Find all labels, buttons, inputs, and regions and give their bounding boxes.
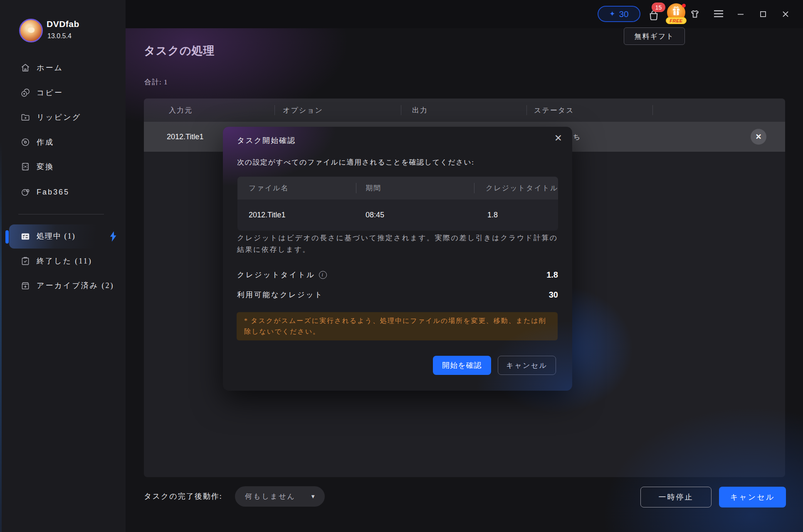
pause-button[interactable]: 一時停止 xyxy=(640,487,712,507)
sidebar-item-create[interactable]: 作成 xyxy=(0,132,126,152)
caret-down-icon: ▼ xyxy=(310,493,316,500)
credits-pill[interactable]: ✦ 30 xyxy=(598,6,640,22)
sidebar-item-home[interactable]: ホーム xyxy=(0,58,126,78)
hamburger-icon xyxy=(713,9,724,19)
sidebar-divider xyxy=(18,214,104,214)
mcell-credits: 1.8 xyxy=(487,200,498,231)
modal-table-row: 2012.Title1 08:45 1.8 xyxy=(237,200,558,231)
mcol-credits: クレジットタイトル xyxy=(486,177,557,200)
available-credit-value: 30 xyxy=(549,290,558,300)
store-button[interactable] xyxy=(689,8,701,20)
page-title: タスクの処理 xyxy=(144,43,215,58)
modal-title: タスク開始確認 xyxy=(237,135,296,145)
sidebar-item-finished[interactable]: 終了した (11) xyxy=(0,251,126,271)
column-divider xyxy=(356,183,356,193)
sidebar-item-rip[interactable]: リッピング xyxy=(0,107,126,127)
sidebar-item-archived[interactable]: アーカイブ済み (2) xyxy=(0,276,126,296)
sidebar-item-label: コピー xyxy=(37,88,63,98)
sidebar-item-label: リッピング xyxy=(37,112,81,122)
minimize-icon xyxy=(737,10,744,18)
sidebar-item-label: 処理中 (1) xyxy=(37,231,76,241)
app-window: DVDfab 13.0.5.4 ホーム コピー xyxy=(0,0,803,532)
minimize-button[interactable] xyxy=(734,7,748,21)
credit-title-label: クレジットタイトル xyxy=(237,270,315,280)
free-dot xyxy=(682,4,686,7)
mcol-duration: 期間 xyxy=(366,177,381,200)
credit-title-line: クレジットタイトル i 1.8 xyxy=(237,270,558,280)
col-status: ステータス xyxy=(534,99,574,122)
confirm-start-button[interactable]: 開始を確認 xyxy=(433,356,491,375)
sidebar-item-processing[interactable]: 処理中 (1) xyxy=(9,224,120,249)
sidebar-item-label: 変換 xyxy=(37,162,54,172)
task-row-close[interactable]: ✕ xyxy=(751,129,766,145)
column-divider xyxy=(652,105,653,115)
app-version: 13.0.5.4 xyxy=(47,32,72,40)
task-row-input: 2012.Title1 xyxy=(167,122,203,152)
sidebar: DVDfab 13.0.5.4 ホーム コピー xyxy=(0,0,126,532)
home-icon xyxy=(20,62,31,73)
sidebar-item-fab365[interactable]: Fab365 xyxy=(0,182,126,202)
processing-list-icon xyxy=(20,231,31,242)
modal-cancel-button[interactable]: キャンセル xyxy=(498,356,556,375)
column-divider xyxy=(526,105,527,115)
modal-close-icon[interactable]: ✕ xyxy=(554,133,562,144)
fab365-icon xyxy=(20,187,31,197)
menu-button[interactable] xyxy=(713,9,725,20)
sidebar-item-convert[interactable]: 変換 xyxy=(0,157,126,177)
mcell-file: 2012.Title1 xyxy=(249,200,285,231)
column-divider xyxy=(274,105,275,115)
rip-icon xyxy=(20,112,31,123)
app-avatar xyxy=(19,19,43,42)
info-icon[interactable]: i xyxy=(319,271,327,279)
gift-count-badge: 15 xyxy=(652,2,665,12)
modal-note: クレジットはビデオの長さに基づいて推定されます。実際の差し引きはクラウド計算の結… xyxy=(237,232,562,255)
total-count: 合計: 1 xyxy=(144,77,168,87)
free-gift-tooltip[interactable]: 無料ギフト xyxy=(624,27,685,45)
col-input: 入力元 xyxy=(169,99,193,122)
close-icon xyxy=(782,10,789,18)
available-credit-line: 利用可能なクレジット 30 xyxy=(237,290,558,300)
convert-icon xyxy=(20,161,31,172)
maximize-button[interactable] xyxy=(756,7,770,21)
sidebar-item-label: 終了した (11) xyxy=(37,256,92,266)
column-divider xyxy=(474,183,474,193)
credit-title-value: 1.8 xyxy=(546,270,558,280)
modal-warning: * タスクがスムーズに実行されるよう、処理中にファイルの場所を変更、移動、または… xyxy=(237,312,558,340)
create-icon xyxy=(20,137,31,148)
column-divider xyxy=(401,105,401,115)
processing-active-bar xyxy=(5,230,9,244)
table-header: 入力元 オプション 出力 ステータス xyxy=(144,99,785,122)
col-output: 出力 xyxy=(412,99,428,122)
close-icon: ✕ xyxy=(755,132,761,141)
sidebar-item-label: Fab365 xyxy=(37,188,69,197)
available-credit-label: 利用可能なクレジット xyxy=(237,290,323,300)
free-gift-button-icon[interactable]: FREE xyxy=(666,3,687,24)
credits-value: 30 xyxy=(619,9,628,19)
modal-table: ファイル名 期間 クレジットタイトル 2012.Title1 08:45 1.8 xyxy=(237,177,558,231)
free-banner: FREE xyxy=(666,17,687,24)
sidebar-item-label: アーカイブ済み (2) xyxy=(37,281,114,291)
post-action-dropdown[interactable]: 何もしません ▼ xyxy=(235,486,325,507)
titlebar: ✦ 30 15 FREE xyxy=(126,0,803,28)
sidebar-item-copy[interactable]: コピー xyxy=(0,83,126,103)
lightning-icon xyxy=(108,231,118,242)
col-options: オプション xyxy=(283,99,323,122)
copy-icon xyxy=(20,87,31,98)
sidebar-item-label: 作成 xyxy=(37,137,54,147)
maximize-icon xyxy=(759,10,767,18)
confirm-modal: タスク開始確認 ✕ 次の設定がすべてのファイルに適用されることを確認してください… xyxy=(223,127,572,391)
modal-table-header: ファイル名 期間 クレジットタイトル xyxy=(237,177,558,200)
task-row-status: ち xyxy=(573,122,581,152)
app-logo: DVDfab 13.0.5.4 xyxy=(0,0,126,50)
mcell-duration: 08:45 xyxy=(366,200,384,231)
modal-instruction: 次の設定がすべてのファイルに適用されることを確認してください: xyxy=(237,158,474,167)
app-name: DVDfab xyxy=(47,19,79,29)
post-action-value: 何もしません xyxy=(245,492,296,501)
clipboard-check-icon xyxy=(20,256,31,266)
shirt-icon xyxy=(689,8,701,20)
sidebar-item-label: ホーム xyxy=(37,63,63,73)
close-button[interactable] xyxy=(778,7,793,21)
archive-box-icon xyxy=(20,280,31,291)
tasks-cancel-button[interactable]: キャンセル xyxy=(719,487,786,507)
sparkle-icon: ✦ xyxy=(609,10,615,17)
